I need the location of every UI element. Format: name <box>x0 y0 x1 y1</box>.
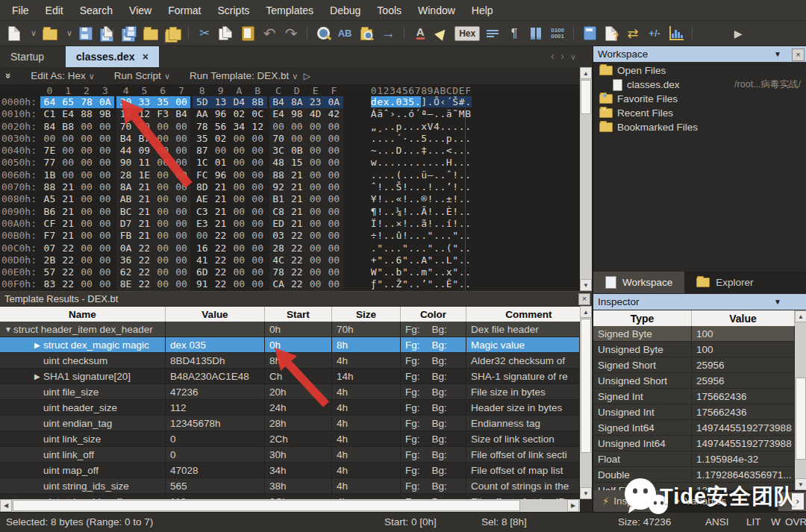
calculator-button[interactable] <box>581 25 598 42</box>
scroll-up-icon[interactable]: ▲ <box>580 67 592 79</box>
hex-byte[interactable]: 00 <box>154 157 172 169</box>
hex-byte[interactable]: 00 <box>306 145 325 157</box>
hex-byte[interactable]: 00 <box>78 121 96 133</box>
hex-byte[interactable]: 22 <box>211 242 230 254</box>
hex-byte[interactable]: 21 <box>135 218 154 230</box>
hex-byte[interactable]: 21 <box>211 206 230 218</box>
hex-byte[interactable]: 9B <box>96 108 114 120</box>
collapse-bar-icon[interactable]: » <box>3 73 14 78</box>
hex-byte[interactable]: 02 <box>211 133 230 145</box>
hex-byte[interactable]: 77 <box>40 157 59 169</box>
hex-byte[interactable]: 00 <box>172 121 191 133</box>
hex-mode-toggle[interactable]: Hex <box>455 25 479 42</box>
menu-scripts[interactable]: Scripts <box>210 2 257 19</box>
hex-byte[interactable]: C1 <box>40 108 59 120</box>
hex-byte[interactable]: 00 <box>325 193 343 205</box>
hex-byte[interactable]: 21 <box>135 181 154 193</box>
hex-byte[interactable]: 00 <box>78 193 96 205</box>
hex-ascii-text[interactable]: ƒ"..Ž"..’"..Ê".. <box>371 278 466 290</box>
hex-byte[interactable]: 21 <box>135 193 154 205</box>
hex-byte[interactable]: 22 <box>59 266 78 278</box>
hex-byte[interactable]: 00 <box>325 133 343 145</box>
hex-byte[interactable]: 00 <box>78 145 96 157</box>
hex-byte[interactable]: 22 <box>211 254 230 266</box>
hex-byte[interactable]: 00 <box>325 242 343 254</box>
hex-byte[interactable]: 36 <box>116 254 135 266</box>
hex-byte[interactable]: 48 <box>269 157 288 169</box>
hex-byte[interactable]: 00 <box>154 206 172 218</box>
tab-scroll-controls[interactable]: ‹›∨ <box>551 49 582 62</box>
inspector-col-value[interactable]: Value <box>692 310 795 326</box>
hex-byte[interactable]: 22 <box>135 254 154 266</box>
hex-byte[interactable]: 00 <box>172 218 191 230</box>
hex-byte[interactable]: 00 <box>249 230 267 242</box>
template-col-color[interactable]: Color <box>401 307 466 322</box>
redo-button[interactable]: ↷ <box>283 25 299 42</box>
hex-byte[interactable]: 00 <box>325 218 343 230</box>
hex-byte[interactable]: 00 <box>249 133 267 145</box>
hex-byte[interactable]: 22 <box>287 266 306 278</box>
hex-row[interactable]: 0080h:A5210000AB210000AE210000B1210000¥!… <box>0 193 466 205</box>
hex-byte[interactable]: 00 <box>306 242 325 254</box>
hex-byte[interactable]: 6D <box>193 266 211 278</box>
hex-byte[interactable]: 22 <box>135 242 154 254</box>
tree-collapsed-icon[interactable]: ▶ <box>34 372 43 381</box>
hex-byte[interactable]: FC <box>193 169 211 181</box>
hex-byte[interactable]: 21 <box>135 206 154 218</box>
hex-byte[interactable]: 00 <box>59 157 78 169</box>
hex-byte[interactable]: 00 <box>78 133 96 145</box>
inspector-row[interactable]: Double1.17928646356971... <box>593 467 795 483</box>
hex-byte[interactable]: 96 <box>211 169 230 181</box>
hex-byte[interactable]: 00 <box>172 145 191 157</box>
tab-classes-dex[interactable]: classes.dex × <box>66 46 159 67</box>
scroll-up-icon[interactable]: ▲ <box>795 310 806 322</box>
hex-vscrollbar[interactable]: ▲ ▼ <box>580 67 592 291</box>
menu-tools[interactable]: Tools <box>369 2 409 19</box>
hex-row[interactable]: 0010h:C1E4889B1712F3B4AA96020CE4984D42Áä… <box>0 108 466 120</box>
hex-byte[interactable]: B1 <box>269 193 288 205</box>
hex-byte[interactable]: 00 <box>96 133 114 145</box>
template-row[interactable]: uint link_size02Ch4hFg:Bg:Size of link s… <box>0 431 580 447</box>
hex-byte[interactable]: 00 <box>249 181 267 193</box>
inspector-row[interactable]: Unsigned Short25956 <box>593 373 795 389</box>
menu-debug[interactable]: Debug <box>322 2 368 19</box>
menu-file[interactable]: File <box>4 2 37 19</box>
menu-edit[interactable]: Edit <box>38 2 71 19</box>
workspace-item-recent-files[interactable]: ◔Recent Files <box>593 106 806 120</box>
hex-byte[interactable]: 00 <box>172 181 191 193</box>
swap-bytes-button[interactable]: ⇄ <box>625 25 641 42</box>
hex-byte[interactable]: 0C <box>249 108 267 120</box>
template-row[interactable]: uint header_size11224h4hFg:Bg:Header siz… <box>0 400 580 416</box>
hex-byte[interactable]: 00 <box>230 181 249 193</box>
template-row[interactable]: uint string_ids_off1123Ch4hFg:Bg:File of… <box>0 494 580 499</box>
hex-byte[interactable]: 00 <box>96 181 114 193</box>
highlight-button[interactable] <box>434 25 450 42</box>
hex-byte[interactable]: 13 <box>211 96 230 108</box>
hex-row[interactable]: 00C0h:072200000A2200001622000028220000."… <box>0 242 466 254</box>
tab-startup[interactable]: Startup <box>0 46 54 67</box>
hex-byte[interactable]: ED <box>269 218 288 230</box>
hex-row[interactable]: 0020h:84B80000700000007856341200000000„¸… <box>0 121 466 133</box>
hex-row[interactable]: 0050h:77000000901100001C01000048150000w.… <box>0 157 466 169</box>
inspector-row[interactable]: Unsigned Int6414974455192773988 <box>593 436 795 451</box>
template-col-size[interactable]: Size <box>332 307 401 322</box>
hex-byte[interactable]: 00 <box>78 266 96 278</box>
save-as-button[interactable] <box>99 25 116 42</box>
hex-byte[interactable]: E4 <box>269 108 288 120</box>
template-hscroll-thumb[interactable] <box>13 500 520 511</box>
template-cell-color[interactable]: Fg:Bg: <box>401 463 466 478</box>
hex-byte[interactable]: 21 <box>135 230 154 242</box>
inspector-row[interactable]: Unsigned Int175662436 <box>593 404 795 420</box>
hex-byte[interactable]: 88 <box>40 181 59 193</box>
save-button[interactable] <box>78 25 94 42</box>
template-row[interactable]: uint link_off030h4hFg:Bg:File offset of … <box>0 447 580 463</box>
hex-byte[interactable]: 02 <box>230 108 249 120</box>
hex-byte[interactable]: D4 <box>230 96 249 108</box>
hex-byte[interactable]: 16 <box>193 242 211 254</box>
hex-byte[interactable]: 00 <box>306 218 325 230</box>
tree-expanded-icon[interactable]: ▼ <box>4 325 13 334</box>
template-row[interactable]: ▶struct dex_magic magicdex 0350h8hFg:Bg:… <box>0 337 580 353</box>
hex-byte[interactable]: 21 <box>211 218 230 230</box>
run-template-play-icon[interactable]: ▷ <box>304 71 310 81</box>
hex-byte[interactable]: 00 <box>172 242 191 254</box>
